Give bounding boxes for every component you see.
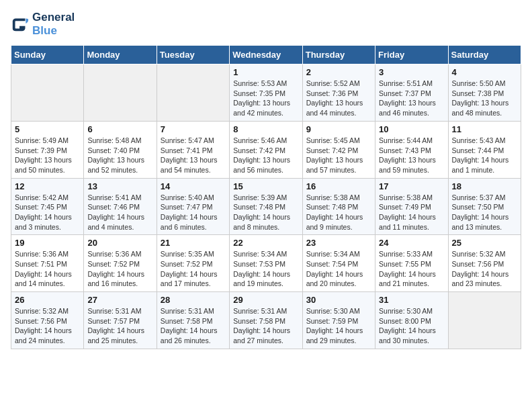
day-number: 3 — [379, 67, 444, 77]
day-info: Sunrise: 5:32 AMSunset: 7:56 PMDaylight:… — [15, 306, 80, 346]
weekday-header: Tuesday — [157, 46, 229, 64]
calendar-week-row: 12Sunrise: 5:42 AMSunset: 7:45 PMDayligh… — [11, 178, 521, 235]
day-info: Sunrise: 5:33 AMSunset: 7:55 PMDaylight:… — [379, 249, 444, 289]
calendar-cell — [84, 64, 157, 122]
day-info: Sunrise: 5:34 AMSunset: 7:53 PMDaylight:… — [233, 249, 298, 289]
day-number: 22 — [233, 238, 298, 248]
calendar-cell: 8Sunrise: 5:46 AMSunset: 7:42 PMDaylight… — [230, 121, 302, 178]
calendar-cell: 11Sunrise: 5:43 AMSunset: 7:44 PMDayligh… — [448, 121, 521, 178]
day-number: 7 — [161, 124, 226, 134]
calendar-cell: 21Sunrise: 5:35 AMSunset: 7:52 PMDayligh… — [157, 235, 229, 292]
calendar-cell: 18Sunrise: 5:37 AMSunset: 7:50 PMDayligh… — [448, 178, 521, 235]
day-info: Sunrise: 5:45 AMSunset: 7:42 PMDaylight:… — [306, 136, 371, 175]
calendar-cell: 16Sunrise: 5:38 AMSunset: 7:48 PMDayligh… — [302, 178, 375, 235]
day-number: 8 — [233, 124, 298, 134]
day-number: 1 — [233, 67, 298, 77]
day-info: Sunrise: 5:31 AMSunset: 7:58 PMDaylight:… — [233, 306, 298, 346]
day-number: 23 — [306, 238, 371, 248]
calendar-cell: 27Sunrise: 5:31 AMSunset: 7:57 PMDayligh… — [84, 292, 157, 349]
calendar-cell — [11, 64, 84, 122]
calendar-cell: 31Sunrise: 5:30 AMSunset: 8:00 PMDayligh… — [375, 292, 448, 349]
day-number: 11 — [452, 124, 517, 134]
calendar-table: SundayMondayTuesdayWednesdayThursdayFrid… — [11, 45, 521, 349]
calendar-cell — [448, 292, 521, 349]
day-info: Sunrise: 5:41 AMSunset: 7:46 PMDaylight:… — [87, 193, 152, 232]
day-info: Sunrise: 5:47 AMSunset: 7:41 PMDaylight:… — [161, 136, 226, 175]
day-info: Sunrise: 5:49 AMSunset: 7:39 PMDaylight:… — [15, 136, 80, 175]
calendar-cell: 13Sunrise: 5:41 AMSunset: 7:46 PMDayligh… — [84, 178, 157, 235]
day-info: Sunrise: 5:48 AMSunset: 7:40 PMDaylight:… — [87, 136, 152, 175]
weekday-header: Sunday — [11, 46, 84, 64]
calendar-cell: 6Sunrise: 5:48 AMSunset: 7:40 PMDaylight… — [84, 121, 157, 178]
calendar-cell: 1Sunrise: 5:53 AMSunset: 7:35 PMDaylight… — [230, 64, 302, 122]
day-number: 16 — [306, 181, 371, 191]
day-info: Sunrise: 5:36 AMSunset: 7:51 PMDaylight:… — [15, 249, 80, 289]
calendar-cell: 4Sunrise: 5:50 AMSunset: 7:38 PMDaylight… — [448, 64, 521, 122]
calendar-week-row: 19Sunrise: 5:36 AMSunset: 7:51 PMDayligh… — [11, 235, 521, 292]
day-number: 30 — [306, 295, 371, 305]
day-number: 12 — [15, 181, 80, 191]
day-info: Sunrise: 5:52 AMSunset: 7:36 PMDaylight:… — [306, 79, 371, 118]
day-info: Sunrise: 5:44 AMSunset: 7:43 PMDaylight:… — [379, 136, 444, 175]
day-info: Sunrise: 5:31 AMSunset: 7:58 PMDaylight:… — [161, 306, 226, 346]
weekday-header: Wednesday — [230, 46, 302, 64]
day-info: Sunrise: 5:39 AMSunset: 7:48 PMDaylight:… — [233, 193, 298, 232]
calendar-cell: 14Sunrise: 5:40 AMSunset: 7:47 PMDayligh… — [157, 178, 229, 235]
calendar-cell: 30Sunrise: 5:30 AMSunset: 7:59 PMDayligh… — [302, 292, 375, 349]
day-info: Sunrise: 5:53 AMSunset: 7:35 PMDaylight:… — [233, 79, 298, 118]
day-info: Sunrise: 5:43 AMSunset: 7:44 PMDaylight:… — [452, 136, 517, 175]
day-number: 13 — [87, 181, 152, 191]
calendar-cell: 25Sunrise: 5:32 AMSunset: 7:56 PMDayligh… — [448, 235, 521, 292]
calendar-body: 1Sunrise: 5:53 AMSunset: 7:35 PMDaylight… — [11, 64, 521, 349]
calendar-header: SundayMondayTuesdayWednesdayThursdayFrid… — [11, 46, 521, 64]
day-info: Sunrise: 5:38 AMSunset: 7:49 PMDaylight:… — [379, 193, 444, 232]
calendar-cell: 12Sunrise: 5:42 AMSunset: 7:45 PMDayligh… — [11, 178, 84, 235]
header-row: SundayMondayTuesdayWednesdayThursdayFrid… — [11, 46, 521, 64]
calendar-cell: 28Sunrise: 5:31 AMSunset: 7:58 PMDayligh… — [157, 292, 229, 349]
day-number: 27 — [87, 295, 152, 305]
day-info: Sunrise: 5:31 AMSunset: 7:57 PMDaylight:… — [87, 306, 152, 346]
day-info: Sunrise: 5:40 AMSunset: 7:47 PMDaylight:… — [161, 193, 226, 232]
weekday-header: Saturday — [448, 46, 521, 64]
day-number: 17 — [379, 181, 444, 191]
weekday-header: Monday — [84, 46, 157, 64]
calendar-cell: 9Sunrise: 5:45 AMSunset: 7:42 PMDaylight… — [302, 121, 375, 178]
day-number: 26 — [15, 295, 80, 305]
day-info: Sunrise: 5:30 AMSunset: 8:00 PMDaylight:… — [379, 306, 444, 346]
day-info: Sunrise: 5:42 AMSunset: 7:45 PMDaylight:… — [15, 193, 80, 232]
calendar-cell — [157, 64, 229, 122]
day-number: 9 — [306, 124, 371, 134]
day-info: Sunrise: 5:37 AMSunset: 7:50 PMDaylight:… — [452, 193, 517, 232]
calendar-week-row: 1Sunrise: 5:53 AMSunset: 7:35 PMDaylight… — [11, 64, 521, 122]
day-number: 6 — [87, 124, 152, 134]
calendar-cell: 19Sunrise: 5:36 AMSunset: 7:51 PMDayligh… — [11, 235, 84, 292]
day-number: 19 — [15, 238, 80, 248]
day-number: 28 — [161, 295, 226, 305]
day-info: Sunrise: 5:30 AMSunset: 7:59 PMDaylight:… — [306, 306, 371, 346]
day-info: Sunrise: 5:51 AMSunset: 7:37 PMDaylight:… — [379, 79, 444, 118]
day-info: Sunrise: 5:36 AMSunset: 7:52 PMDaylight:… — [87, 249, 152, 289]
weekday-header: Friday — [375, 46, 448, 64]
day-number: 14 — [161, 181, 226, 191]
day-number: 18 — [452, 181, 517, 191]
calendar-cell: 10Sunrise: 5:44 AMSunset: 7:43 PMDayligh… — [375, 121, 448, 178]
day-number: 15 — [233, 181, 298, 191]
calendar-cell: 3Sunrise: 5:51 AMSunset: 7:37 PMDaylight… — [375, 64, 448, 122]
day-number: 4 — [452, 67, 517, 77]
day-number: 24 — [379, 238, 444, 248]
day-info: Sunrise: 5:46 AMSunset: 7:42 PMDaylight:… — [233, 136, 298, 175]
day-info: Sunrise: 5:34 AMSunset: 7:54 PMDaylight:… — [306, 249, 371, 289]
day-number: 21 — [161, 238, 226, 248]
logo: General Blue — [11, 11, 75, 37]
weekday-header: Thursday — [302, 46, 375, 64]
calendar-cell: 5Sunrise: 5:49 AMSunset: 7:39 PMDaylight… — [11, 121, 84, 178]
calendar-week-row: 5Sunrise: 5:49 AMSunset: 7:39 PMDaylight… — [11, 121, 521, 178]
day-number: 10 — [379, 124, 444, 134]
calendar-cell: 23Sunrise: 5:34 AMSunset: 7:54 PMDayligh… — [302, 235, 375, 292]
day-number: 25 — [452, 238, 517, 248]
day-number: 20 — [87, 238, 152, 248]
calendar-cell: 29Sunrise: 5:31 AMSunset: 7:58 PMDayligh… — [230, 292, 302, 349]
calendar-cell: 26Sunrise: 5:32 AMSunset: 7:56 PMDayligh… — [11, 292, 84, 349]
day-number: 2 — [306, 67, 371, 77]
calendar-week-row: 26Sunrise: 5:32 AMSunset: 7:56 PMDayligh… — [11, 292, 521, 349]
